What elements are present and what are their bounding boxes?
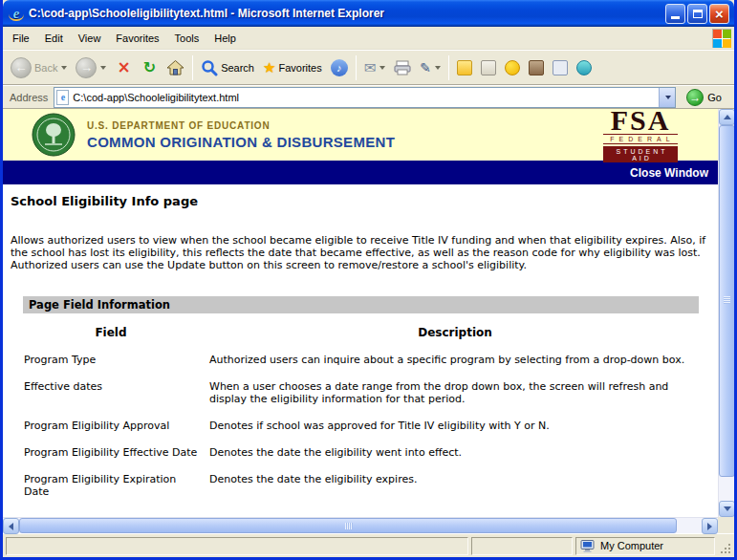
field-cell: Program Type <box>24 354 198 366</box>
menu-help[interactable]: Help <box>206 30 244 47</box>
profile-icon <box>553 60 568 75</box>
msn-icon <box>576 60 592 75</box>
address-dropdown-button[interactable] <box>659 88 675 107</box>
toolbar-separator <box>448 55 449 80</box>
field-cell: Program Eligibility Expiration Date <box>24 473 198 498</box>
description-cell: Denotes if school was approved for Title… <box>209 420 701 432</box>
arrow-left-icon <box>9 523 13 530</box>
messenger-button[interactable] <box>501 53 524 83</box>
page-icon: e <box>56 90 69 105</box>
edit-dropdown-icon <box>435 66 441 70</box>
scroll-up-button[interactable] <box>719 109 735 125</box>
refresh-button[interactable]: ↻ <box>138 53 162 83</box>
scroll-left-button[interactable] <box>3 518 19 534</box>
minimize-icon <box>671 16 680 19</box>
toolbar-separator <box>192 55 193 80</box>
window-controls: × <box>665 4 729 24</box>
fsa-logo: FSA FEDERAL STUDENT AID <box>603 109 678 162</box>
stop-button[interactable]: × <box>111 53 136 83</box>
description-cell: Authorized users can inquire about a spe… <box>209 354 701 366</box>
address-label: Address <box>6 92 54 103</box>
menu-tools[interactable]: Tools <box>167 30 207 47</box>
notes-icon <box>457 60 472 75</box>
windows-logo-icon <box>712 29 731 48</box>
scroll-down-button[interactable] <box>719 501 735 517</box>
discuss-button[interactable] <box>477 53 500 83</box>
media-button[interactable]: ♪ <box>327 53 352 83</box>
web-page: U.S. DEPARTMENT OF EDUCATION COMMON ORIG… <box>3 109 718 517</box>
minimize-button[interactable] <box>665 4 685 24</box>
department-wordmark: U.S. DEPARTMENT OF EDUCATION COMMON ORIG… <box>87 120 395 150</box>
discuss-icon <box>481 60 496 75</box>
status-bar: My Computer <box>3 533 734 557</box>
search-button[interactable]: Search <box>197 53 258 83</box>
close-button[interactable]: × <box>709 4 729 24</box>
edit-button[interactable]: ✎ <box>416 53 444 83</box>
intro-paragraph: Allows authorized users to view when the… <box>11 234 714 271</box>
home-button[interactable] <box>163 53 188 83</box>
go-arrow-icon: → <box>686 89 704 106</box>
horizontal-scrollbar[interactable] <box>3 517 718 533</box>
description-cell: Denotes the date the eligibility went in… <box>209 446 701 459</box>
menu-file[interactable]: File <box>5 30 37 47</box>
mail-icon: ✉ <box>364 59 377 76</box>
department-line2: COMMON ORIGINATION & DISBURSEMENT <box>87 134 395 150</box>
back-icon: ← <box>11 57 32 78</box>
favorites-star-icon: ★ <box>263 59 275 76</box>
page-content: School Eligibility Info page Allows auth… <box>3 184 718 498</box>
search-label: Search <box>221 62 254 74</box>
close-window-link[interactable]: Close Window <box>630 166 708 180</box>
maximize-button[interactable] <box>687 4 707 24</box>
edit-icon: ✎ <box>420 60 431 75</box>
arrow-right-icon <box>707 523 712 530</box>
print-button[interactable] <box>390 53 415 83</box>
menu-bar: File Edit View Favorites Tools Help <box>3 27 734 50</box>
education-seal-icon <box>32 113 76 157</box>
menu-view[interactable]: View <box>71 30 109 47</box>
menu-favorites[interactable]: Favorites <box>108 30 166 47</box>
arrow-up-icon <box>724 115 731 119</box>
research-icon <box>529 60 544 75</box>
vertical-scroll-thumb[interactable] <box>719 125 735 477</box>
field-cell: Program Eligibility Effective Date <box>24 446 198 459</box>
media-icon: ♪ <box>331 59 348 76</box>
profile-button[interactable] <box>549 53 572 83</box>
field-cell: Program Eligibility Approval <box>24 420 198 432</box>
address-input[interactable]: e C:\cod-app\Schooleligibilitytext.html <box>54 87 676 108</box>
refresh-icon: ↻ <box>141 60 158 75</box>
stop-icon: × <box>115 59 132 75</box>
department-line1: U.S. DEPARTMENT OF EDUCATION <box>87 120 395 131</box>
security-zone-pane: My Computer <box>575 537 715 555</box>
zone-label: My Computer <box>600 540 663 551</box>
scroll-right-button[interactable] <box>702 518 718 534</box>
forward-icon: → <box>76 57 97 78</box>
field-table: Field Description Program Type Authorize… <box>24 327 701 498</box>
arrow-down-icon <box>724 506 731 511</box>
horizontal-scroll-track[interactable] <box>19 518 702 533</box>
mail-dropdown-icon <box>379 66 385 70</box>
home-icon <box>166 59 184 75</box>
resize-grip[interactable] <box>718 537 732 555</box>
title-bar[interactable]: e C:\cod-app\Schooleligibilitytext.html … <box>3 0 734 27</box>
field-cell: Effective dates <box>24 380 198 405</box>
vertical-scrollbar[interactable] <box>718 109 734 517</box>
menu-edit[interactable]: Edit <box>37 30 71 47</box>
address-value[interactable]: C:\cod-app\Schooleligibilitytext.html <box>73 92 239 103</box>
favorites-button[interactable]: ★ Favorites <box>259 53 326 83</box>
address-bar: Address e C:\cod-app\Schooleligibilityte… <box>3 85 734 109</box>
back-button[interactable]: ← Back <box>7 53 71 83</box>
horizontal-scroll-thumb[interactable] <box>19 518 677 533</box>
msn-button[interactable] <box>573 53 596 83</box>
page-title: School Eligibility Info page <box>11 194 714 208</box>
go-button[interactable]: → Go <box>682 87 726 108</box>
browser-window: e C:\cod-app\Schooleligibilitytext.html … <box>0 0 737 560</box>
research-button[interactable] <box>525 53 548 83</box>
description-cell: Denotes the date the eligibility expires… <box>209 473 701 498</box>
favorites-label: Favorites <box>278 62 321 74</box>
ie-logo-icon: e <box>9 6 24 21</box>
mail-button[interactable]: ✉ <box>360 53 390 83</box>
go-label: Go <box>707 92 722 103</box>
notes-button[interactable] <box>453 53 476 83</box>
forward-button[interactable]: → <box>72 53 110 83</box>
vertical-scroll-track[interactable] <box>719 125 734 501</box>
